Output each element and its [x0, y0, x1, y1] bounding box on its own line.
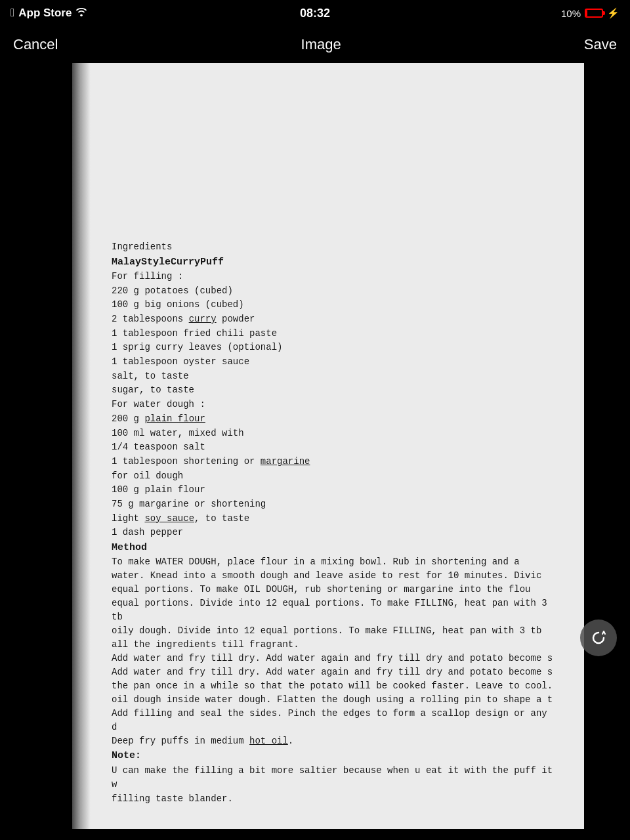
status-left:  App Store [10, 7, 87, 20]
oil-dough-ingredient-4: 1 dash pepper [112, 526, 558, 540]
filling-ingredient-3: 2 tablespoons curry powder [112, 312, 558, 327]
charging-icon: ⚡ [607, 7, 620, 19]
filling-ingredient-6: 1 tablespoon oyster sauce [112, 355, 558, 369]
filling-ingredient-1: 220 g potatoes (cubed) [112, 284, 558, 299]
oil-dough-ingredient-2: 75 g margarine or shortening [112, 497, 558, 512]
method-header: Method [112, 540, 558, 555]
water-dough-ingredient-3: 1/4 teaspoon salt [112, 440, 558, 455]
app-store-label: App Store [18, 7, 72, 20]
fab-button[interactable] [580, 620, 617, 656]
battery-percent: 10% [561, 8, 581, 19]
scanned-document: Ingredients MalayStyleCurryPuff For fill… [72, 63, 584, 829]
filling-ingredient-7: salt, to taste [112, 369, 558, 384]
recipe-title: MalayStyleCurryPuff [112, 255, 558, 270]
status-bar:  App Store 08:32 10% ⚡ [0, 0, 630, 26]
doc-title-section: Ingredients MalayStyleCurryPuff For fill… [112, 240, 558, 807]
water-dough-ingredient-2: 100 ml water, mixed with [112, 427, 558, 441]
cancel-button[interactable]: Cancel [13, 36, 58, 53]
status-time: 08:32 [300, 7, 330, 20]
ingredients-heading: Ingredients [112, 240, 558, 255]
document-content: Ingredients MalayStyleCurryPuff For fill… [112, 83, 558, 807]
wifi-icon [75, 7, 87, 20]
note-header: Note: [112, 748, 558, 763]
save-button[interactable]: Save [584, 36, 617, 53]
oil-dough-ingredient-3: light soy sauce, to taste [112, 512, 558, 526]
filling-ingredient-5: 1 sprig curry leaves (optional) [112, 341, 558, 355]
water-dough-ingredient-4: 1 tablespoon shortening or margarine [112, 455, 558, 469]
water-dough-ingredient-1: 200 g plain flour [112, 412, 558, 427]
filling-ingredient-2: 100 g big onions (cubed) [112, 298, 558, 312]
filling-ingredient-4: 1 tablespoon fried chili paste [112, 327, 558, 341]
nav-bar: Cancel Image Save [0, 26, 630, 63]
note-text: U can make the filling a bit more saltie… [112, 764, 558, 807]
filling-header: For filling : [112, 270, 558, 284]
battery-icon [585, 9, 603, 18]
oil-dough-ingredient-1: 100 g plain flour [112, 483, 558, 497]
water-dough-header: For water dough : [112, 398, 558, 412]
oil-dough-header: for oil dough [112, 469, 558, 484]
toolbar-row [0, 835, 630, 840]
nav-title: Image [301, 36, 341, 53]
method-text: To make WATER DOUGH, place flour in a mi… [112, 555, 558, 748]
image-container: Ingredients MalayStyleCurryPuff For fill… [72, 63, 584, 829]
status-right: 10% ⚡ [561, 7, 620, 19]
apple-icon:  [10, 7, 14, 20]
filling-ingredient-8: sugar, to taste [112, 383, 558, 398]
bottom-controls: EDIT | ENHANCE | PRINT FORMAT Recrop Le [0, 829, 630, 840]
